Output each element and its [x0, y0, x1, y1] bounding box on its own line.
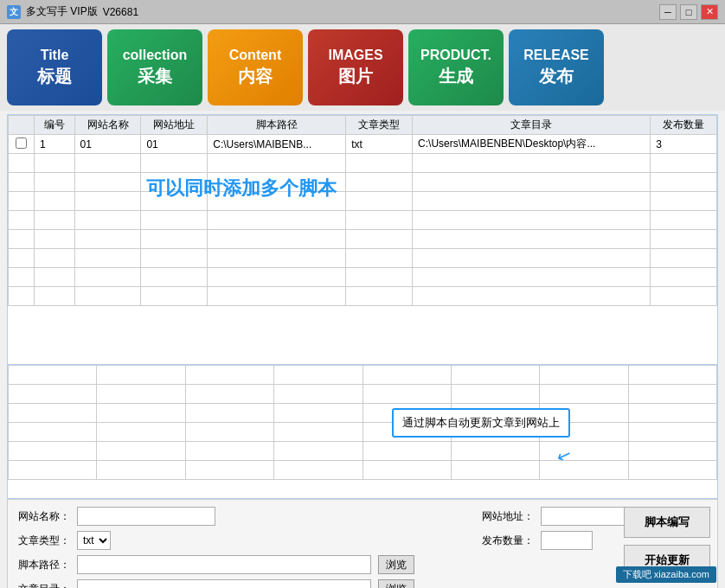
article-type-select[interactable]: txt	[77, 531, 111, 550]
col-dir: 文章目录	[413, 116, 651, 135]
table-row[interactable]: 1 01 01 C:\Users\MAIBENB... txt C:\Users…	[9, 135, 717, 154]
watermark-text: 下载吧 xiazaiba.com	[616, 566, 716, 583]
nav-btn-content[interactable]: Content内容	[208, 29, 303, 105]
main-table: 编号 网站名称 网站地址 脚本路径 文章类型 文章目录 发布数量 1 01 01…	[8, 115, 717, 306]
col-address: 网站地址	[141, 116, 208, 135]
form-section: 网站名称： 文章类型： txt 脚本路径： 浏览 文章目录： 浏览 网站地址： …	[7, 499, 718, 588]
tooltip-text: 通过脚本自动更新文章到网站上	[402, 416, 560, 429]
form-row-article-type: 文章类型： txt	[18, 531, 465, 550]
nav-bar: Title标题collection采集Content内容IMAGES图片PROD…	[0, 24, 725, 111]
upper-section: 编号 网站名称 网站地址 脚本路径 文章类型 文章目录 发布数量 1 01 01…	[7, 114, 718, 365]
website-name-input[interactable]	[77, 507, 215, 526]
title-bar: 文 多文写手 VIP版 V26681 ─ □ ✕	[0, 0, 725, 24]
browse-script-button[interactable]: 浏览	[378, 555, 414, 574]
browse-dir-button[interactable]: 浏览	[378, 579, 414, 588]
article-dir-input[interactable]	[77, 579, 371, 588]
col-name: 网站名称	[74, 116, 141, 135]
col-script: 脚本路径	[208, 116, 346, 135]
script-path-input[interactable]	[77, 555, 371, 574]
watermark-area: 下载吧 xiazaiba.com	[616, 566, 716, 583]
col-num: 编号	[35, 116, 75, 135]
row-checkbox[interactable]	[16, 137, 27, 149]
form-left: 网站名称： 文章类型： txt 脚本路径： 浏览 文章目录： 浏览	[18, 507, 465, 588]
app-version: V26681	[103, 6, 138, 18]
publish-count-input[interactable]	[541, 531, 593, 550]
form-row-script-path: 脚本路径： 浏览	[18, 555, 465, 574]
window-controls: ─ □ ✕	[659, 4, 718, 20]
cell-name: 01	[74, 135, 141, 154]
cell-address: 01	[141, 135, 208, 154]
col-checkbox	[9, 116, 35, 135]
title-bar-left: 文 多文写手 VIP版 V26681	[7, 4, 138, 19]
cell-script: C:\Users\MAIBENB...	[208, 135, 346, 154]
right-buttons: 脚本编写 开始更新	[624, 507, 710, 576]
form-row-article-dir: 文章目录： 浏览	[18, 579, 465, 588]
minimize-button[interactable]: ─	[659, 4, 677, 20]
nav-btn-images[interactable]: IMAGES图片	[308, 29, 403, 105]
nav-btn-collection[interactable]: collection采集	[107, 29, 202, 105]
cell-type: txt	[346, 135, 413, 154]
article-dir-label: 文章目录：	[18, 582, 70, 589]
script-path-label: 脚本路径：	[18, 558, 70, 572]
app-icon: 文	[7, 5, 21, 19]
nav-btn-title[interactable]: Title标题	[7, 29, 102, 105]
form-row-website-name: 网站名称：	[18, 507, 465, 526]
publish-count-label: 发布数量：	[482, 534, 534, 548]
website-name-label: 网站名称：	[18, 509, 70, 524]
cell-count: 3	[651, 135, 717, 154]
script-edit-button[interactable]: 脚本编写	[624, 507, 710, 538]
close-button[interactable]: ✕	[701, 4, 718, 20]
lower-section: 通过脚本自动更新文章到网站上 ↙	[7, 365, 718, 499]
col-count: 发布数量	[651, 116, 717, 135]
cell-dir: C:\Users\MAIBENBEN\Desktop\内容...	[413, 135, 651, 154]
col-type: 文章类型	[346, 116, 413, 135]
article-type-label: 文章类型：	[18, 534, 70, 548]
maximize-button[interactable]: □	[680, 4, 697, 20]
lower-table	[8, 365, 717, 480]
app-title: 多文写手 VIP版	[26, 4, 98, 19]
website-address-label: 网站地址：	[482, 509, 534, 524]
nav-btn-release[interactable]: RELEASE发布	[509, 29, 604, 105]
cell-num: 1	[35, 135, 75, 154]
tooltip-box: 通过脚本自动更新文章到网站上	[392, 408, 570, 438]
nav-btn-product[interactable]: PRODUCT.生成	[408, 29, 504, 105]
